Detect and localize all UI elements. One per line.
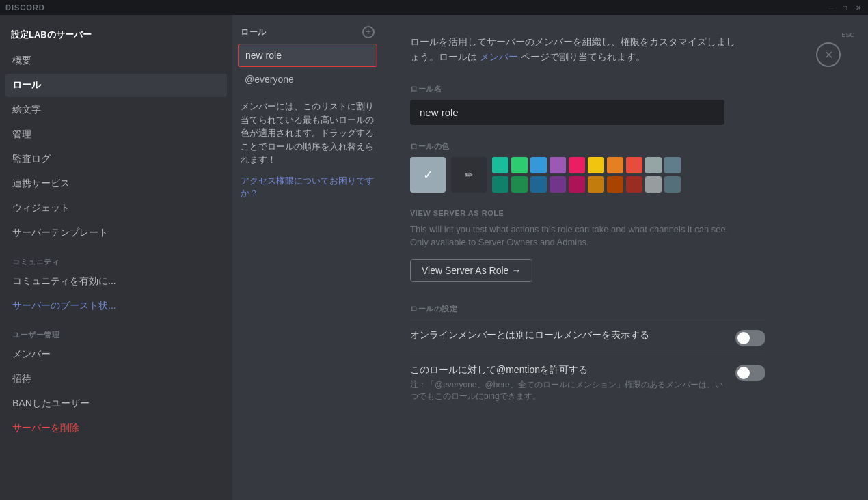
view-server-section: VIEW SERVER AS ROLE This will let you te… (410, 209, 846, 282)
color-dot[interactable] (569, 157, 585, 173)
role-color-section-label: ロールの色 (410, 141, 846, 152)
toggle-mention[interactable] (735, 365, 765, 381)
add-role-button[interactable]: + (362, 26, 375, 38)
titlebar: DISCORD ─ □ ✕ (0, 0, 868, 15)
color-dot[interactable] (569, 176, 585, 193)
sidebar: 設定LABのサーバー 概要 ロール 絵文字 管理 監査ログ 連携サービス ウィジ… (0, 15, 232, 500)
color-section: ロールの色 ✓ ✏ (410, 141, 846, 193)
sidebar-item-invites[interactable]: 招待 (5, 367, 227, 391)
color-grid (492, 157, 681, 193)
sidebar-item-integrations[interactable]: 連携サービス (5, 172, 227, 195)
color-dot[interactable] (607, 157, 623, 173)
roles-description: メンバーには、このリストに割り当てられている最も高いロールの色が適用されます。ド… (232, 92, 383, 175)
sidebar-item-boost[interactable]: サーバーのブースト状... (5, 294, 227, 318)
sidebar-item-widget[interactable]: ウィジェット (5, 197, 227, 220)
role-settings-section: ロールの設定 オンラインメンバーとは別にロールメンバーを表示する このロールに対… (410, 304, 846, 411)
sidebar-inner: 設定LABのサーバー 概要 ロール 絵文字 管理 監査ログ 連携サービス ウィジ… (0, 15, 232, 500)
view-server-description: This will let you test what actions this… (410, 223, 738, 249)
sidebar-item-roles[interactable]: ロール (5, 74, 227, 97)
custom-color-button[interactable]: ✏ (451, 157, 487, 193)
middle-panel: ロール + new role @everyone メンバーには、このリストに割り… (232, 15, 383, 500)
roles-panel-title: ロール (241, 27, 267, 38)
color-dot[interactable] (530, 176, 547, 193)
toggle2-text: このロールに対して@mentionを許可する 注：「@everyone、@her… (410, 363, 724, 402)
color-dot[interactable] (550, 157, 566, 173)
close-icon: ✕ (816, 42, 841, 67)
color-dot[interactable] (626, 176, 642, 193)
sidebar-item-emoji[interactable]: 絵文字 (5, 98, 227, 122)
color-dot[interactable] (664, 176, 681, 193)
content-area: ✕ ESC ロールを活用してサーバーのメンバーを組織し、権限をカスタマイズしまし… (383, 15, 868, 500)
color-picker-row: ✓ ✏ (410, 157, 846, 193)
toggle-display-separately[interactable] (735, 330, 765, 346)
sidebar-item-members[interactable]: メンバー (5, 343, 227, 366)
color-dot[interactable] (492, 157, 508, 173)
toggle2-label: このロールに対して@mentionを許可する (410, 363, 683, 377)
toggle1-label: オンラインメンバーとは別にロールメンバーを表示する (410, 329, 649, 342)
members-link[interactable]: メンバー (480, 51, 518, 62)
view-server-section-label: VIEW SERVER AS ROLE (410, 209, 846, 217)
view-server-as-role-button[interactable]: View Server As Role → (410, 259, 532, 282)
main-layout: 設定LABのサーバー 概要 ロール 絵文字 管理 監査ログ 連携サービス ウィジ… (0, 15, 868, 500)
role-name-input[interactable] (410, 100, 724, 125)
intro-text: ロールを活用してサーバーのメンバーを組織し、権限をカスタマイズしましょう。ロール… (410, 34, 738, 65)
color-dot[interactable] (645, 176, 662, 193)
sidebar-item-delete-server[interactable]: サーバーを削除 (5, 417, 227, 440)
toggle-row-display-separately: オンラインメンバーとは別にロールメンバーを表示する (410, 320, 765, 355)
color-dot[interactable] (588, 157, 604, 173)
user-management-section-label: ユーザー管理 (5, 319, 227, 343)
esc-label: ESC (841, 31, 854, 38)
sidebar-item-audit-log[interactable]: 監査ログ (5, 148, 227, 171)
access-help-link[interactable]: アクセス権限についてお困りですか？ (232, 175, 383, 208)
close-settings-button[interactable]: ✕ ESC (841, 29, 854, 38)
checkmark-icon: ✓ (423, 167, 433, 182)
close-window-button[interactable]: ✕ (854, 3, 863, 12)
role-item-everyone[interactable]: @everyone (238, 68, 377, 90)
middle-panel-header: ロール + (232, 15, 383, 44)
color-dot[interactable] (530, 157, 547, 173)
color-dot[interactable] (511, 157, 528, 173)
minimize-button[interactable]: ─ (827, 3, 835, 12)
color-dot[interactable] (550, 176, 566, 193)
app-title: DISCORD (5, 3, 45, 12)
sidebar-item-moderation[interactable]: 管理 (5, 123, 227, 146)
sidebar-item-bans[interactable]: BANしたユーザー (5, 392, 227, 415)
pencil-icon: ✏ (465, 169, 473, 180)
color-dot[interactable] (492, 176, 508, 193)
color-dot[interactable] (511, 176, 528, 193)
toggle-row-mention: このロールに対して@mentionを許可する 注：「@everyone、@her… (410, 355, 765, 411)
role-item-new-role[interactable]: new role (238, 44, 377, 67)
color-dot[interactable] (588, 176, 604, 193)
community-section-label: コミュニティ (5, 246, 227, 270)
window-controls: ─ □ ✕ (827, 3, 863, 12)
role-settings-label: ロールの設定 (410, 304, 846, 314)
server-name: 設定LABのサーバー (5, 29, 227, 49)
selected-color-swatch[interactable]: ✓ (410, 157, 446, 193)
sidebar-item-overview[interactable]: 概要 (5, 49, 227, 72)
maximize-button[interactable]: □ (841, 3, 849, 12)
color-dot[interactable] (664, 157, 681, 173)
role-name-section-label: ロール名 (410, 84, 846, 94)
color-dot[interactable] (645, 157, 662, 173)
sidebar-item-community[interactable]: コミュニティを有効に... (5, 270, 227, 293)
sidebar-item-template[interactable]: サーバーテンプレート (5, 221, 227, 245)
color-dot[interactable] (607, 176, 623, 193)
color-dot[interactable] (626, 157, 642, 173)
toggle2-sub: 注：「@everyone、@here、全てのロールにメンション」権限のあるメンバ… (410, 379, 724, 402)
